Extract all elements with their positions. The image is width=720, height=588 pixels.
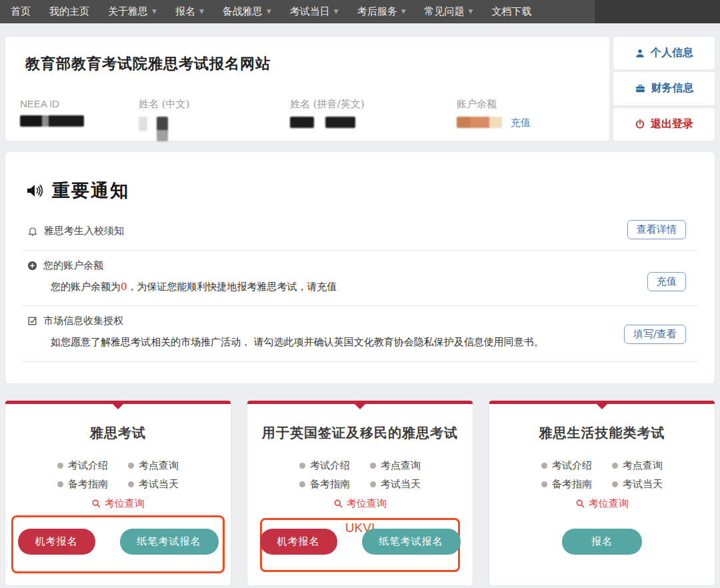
view-details-button[interactable]: 查看详情: [627, 220, 686, 239]
chevron-down-icon: ▼: [469, 9, 473, 15]
redacted-neea-id: [20, 115, 84, 127]
site-header-card: 教育部教育考试院雅思考试报名网站 NEEA ID 姓名 (中文) 姓名 (拼音/…: [5, 37, 609, 141]
fill-view-button[interactable]: 填写/查看: [624, 325, 686, 344]
card-accent-bar: [489, 401, 715, 404]
redacted-name-en: [325, 117, 355, 128]
top-nav: 首页 我的主页 关于雅思▼ 报名▼ 备战雅思▼ 考试当日▼ 考后服务▼ 常见问题…: [0, 0, 720, 23]
link-test-centers[interactable]: 考点查询: [612, 459, 663, 472]
nav-item-downloads[interactable]: 文档下载: [483, 0, 541, 23]
balance-zero: 0: [121, 281, 127, 293]
chevron-down-icon: ▼: [152, 9, 157, 15]
personal-info-button[interactable]: 个人信息: [613, 37, 715, 69]
nav-item-home[interactable]: 首页: [1, 0, 40, 23]
card-accent-bar: [5, 401, 231, 404]
bullet-icon: [128, 481, 134, 487]
paper-test-register-button[interactable]: 纸笔考试报名: [362, 529, 461, 555]
divider: [22, 361, 698, 362]
nav-item-prepare[interactable]: 备战雅思▼: [213, 0, 281, 23]
bullet-icon: [612, 463, 618, 469]
card-accent-bar: [247, 401, 473, 404]
card-ielts: 雅思考试 考试介绍 考点查询 备考指南 考试当天 考位查询 机考报名 纸笔考试报…: [5, 401, 231, 585]
page-title: 教育部教育考试院雅思考试报名网站: [25, 54, 609, 74]
field-name-en: 姓名 (拼音/英文): [290, 98, 457, 141]
seat-query-link[interactable]: 考位查询: [5, 497, 231, 510]
bullet-icon: [370, 463, 376, 469]
redacted-name-cn: [157, 117, 168, 141]
link-exam-intro[interactable]: 考试介绍: [57, 459, 108, 472]
field-balance: 账户余额 充值: [457, 98, 609, 141]
chevron-down-icon: ▼: [334, 9, 339, 15]
computer-test-register-button[interactable]: 机考报名: [260, 529, 337, 555]
chevron-down-icon: ▼: [267, 9, 271, 15]
seat-query-link[interactable]: 考位查询: [489, 497, 715, 510]
header-row: 教育部教育考试院雅思考试报名网站 NEEA ID 姓名 (中文) 姓名 (拼音/…: [5, 37, 715, 141]
link-exam-day[interactable]: 考试当天: [612, 478, 663, 491]
notice-title: 您的账户余额: [43, 259, 103, 272]
seat-query-link[interactable]: 考位查询: [247, 497, 473, 510]
field-name-cn: 姓名 (中文): [139, 98, 290, 141]
link-prep-guide[interactable]: 备考指南: [299, 478, 350, 491]
search-icon: [575, 499, 585, 509]
redacted-name-cn: [139, 117, 147, 131]
card-links: 考试介绍 考点查询 备考指南 考试当天: [5, 459, 231, 491]
plus-circle-icon: [27, 261, 37, 271]
notice-heading: 重要通知: [25, 179, 698, 203]
card-title: 雅思生活技能类考试: [489, 424, 715, 442]
user-icon: [635, 48, 645, 59]
link-exam-intro[interactable]: 考试介绍: [541, 459, 592, 472]
bullet-icon: [128, 463, 134, 469]
chevron-down-icon: ▼: [401, 9, 406, 15]
link-prep-guide[interactable]: 备考指南: [541, 478, 592, 491]
recharge-button[interactable]: 充值: [647, 272, 686, 291]
account-menu: 个人信息 财务信息 退出登录: [613, 37, 715, 141]
notice-title: 雅思考生入校须知: [44, 225, 124, 237]
user-info-fields: NEEA ID 姓名 (中文) 姓名 (拼音/英文) 账户余额: [20, 98, 609, 141]
link-test-centers[interactable]: 考点查询: [370, 459, 421, 472]
bullet-icon: [541, 481, 547, 487]
exam-cards-row: 雅思考试 考试介绍 考点查询 备考指南 考试当天 考位查询 机考报名 纸笔考试报…: [5, 401, 715, 585]
field-neea-id: NEEA ID: [20, 98, 139, 141]
card-links: 考试介绍 考点查询 备考指南 考试当天: [247, 459, 473, 491]
link-exam-intro[interactable]: 考试介绍: [299, 459, 350, 472]
notice-rows: 雅思考生入校须知 查看详情 您的账户余额 您的账户余额为0，为保证您能顺利快捷地…: [22, 216, 698, 362]
paper-test-register-button[interactable]: 纸笔考试报名: [120, 529, 219, 555]
briefcase-icon: [635, 83, 646, 94]
link-exam-day[interactable]: 考试当天: [128, 478, 179, 491]
bullet-icon: [541, 463, 547, 469]
nav-item-register[interactable]: 报名▼: [166, 0, 213, 23]
top-nav-menu: 首页 我的主页 关于雅思▼ 报名▼ 备战雅思▼ 考试当日▼ 考后服务▼ 常见问题…: [0, 0, 595, 23]
bell-icon: [27, 226, 38, 237]
finance-info-button[interactable]: 财务信息: [613, 72, 715, 105]
notice-row-balance: 您的账户余额 您的账户余额为0，为保证您能顺利快捷地报考雅思考试，请充值 充值: [22, 251, 698, 305]
card-title: 用于英国签证及移民的雅思考试: [247, 424, 473, 442]
redacted-balance: [457, 117, 502, 128]
logout-button[interactable]: 退出登录: [613, 108, 715, 141]
nav-item-exam-day[interactable]: 考试当日▼: [281, 0, 348, 23]
nav-item-about-ielts[interactable]: 关于雅思▼: [99, 0, 166, 23]
notice-row-entry-rules: 雅思考生入校须知 查看详情: [22, 216, 698, 250]
nav-item-my-home[interactable]: 我的主页: [40, 0, 99, 23]
important-notice-section: 重要通知 雅思考生入校须知 查看详情 您的账户余额 您的账户余额为0，为保证您能…: [5, 152, 715, 383]
chevron-down-icon: ▼: [199, 9, 204, 15]
computer-test-register-button[interactable]: 机考报名: [18, 529, 95, 555]
nav-item-after-exam[interactable]: 考后服务▼: [348, 0, 415, 23]
card-ielts-ukvi: 用于英国签证及移民的雅思考试 考试介绍 考点查询 备考指南 考试当天 考位查询 …: [247, 401, 473, 585]
register-button[interactable]: 报名: [562, 529, 642, 555]
link-prep-guide[interactable]: 备考指南: [57, 478, 108, 491]
recharge-link[interactable]: 充值: [511, 117, 531, 129]
notice-row-marketing-consent: 市场信息收集授权 如您愿意了解雅思考试相关的市场推广活动， 请勾选此项并确认英国…: [22, 306, 698, 362]
card-ielts-life-skills: 雅思生活技能类考试 考试介绍 考点查询 备考指南 考试当天 考位查询 报名: [489, 401, 715, 585]
redacted-name-en: [290, 117, 314, 128]
nav-item-faq[interactable]: 常见问题▼: [415, 0, 483, 23]
link-test-centers[interactable]: 考点查询: [128, 459, 179, 472]
consent-message: 如您愿意了解雅思考试相关的市场推广活动， 请勾选此项并确认英国文化教育协会隐私保…: [22, 334, 609, 351]
checkbox-icon: [27, 316, 37, 326]
link-exam-day[interactable]: 考试当天: [370, 478, 421, 491]
card-links: 考试介绍 考点查询 备考指南 考试当天: [489, 459, 715, 491]
bullet-icon: [299, 463, 305, 469]
search-icon: [91, 499, 101, 509]
bullet-icon: [299, 481, 305, 487]
search-icon: [333, 499, 343, 509]
bullet-icon: [370, 481, 376, 487]
bullet-icon: [57, 481, 63, 487]
